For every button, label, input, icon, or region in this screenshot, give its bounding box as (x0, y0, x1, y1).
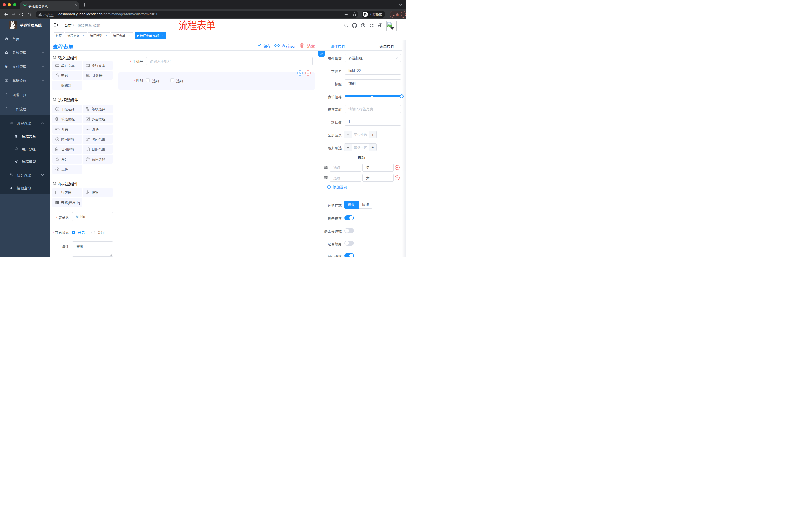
svg-text:123: 123 (86, 74, 89, 76)
